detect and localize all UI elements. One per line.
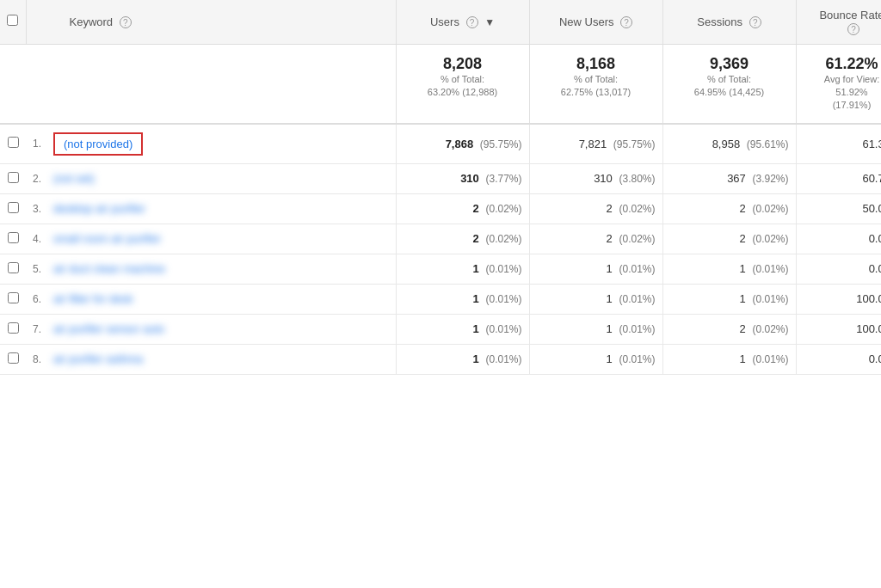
users-sort-icon[interactable]: ▼ bbox=[484, 16, 495, 28]
users-cell: 2 (0.02%) bbox=[396, 224, 529, 254]
new-users-cell: 1 (0.01%) bbox=[529, 254, 662, 284]
users-value: 1 bbox=[473, 292, 479, 305]
bounce-rate-value: 100.00% bbox=[856, 322, 881, 335]
checkbox-header bbox=[0, 0, 26, 44]
users-pct: (0.01%) bbox=[485, 323, 521, 335]
new-users-pct: (95.75%) bbox=[613, 138, 656, 150]
table-row: 3. desktop air purifier 2 (0.02%) 2 (0.0… bbox=[0, 193, 881, 224]
new-users-label: New Users bbox=[559, 15, 614, 28]
row-checkbox-cell bbox=[0, 254, 26, 284]
row-checkbox[interactable] bbox=[8, 172, 19, 183]
new-users-pct: (0.01%) bbox=[619, 353, 655, 365]
new-users-value: 2 bbox=[607, 232, 613, 245]
bounce-rate-cell: 61.32% bbox=[796, 124, 881, 164]
row-checkbox[interactable] bbox=[8, 322, 19, 334]
keyword-link[interactable]: (not set) bbox=[53, 172, 95, 185]
bounce-rate-value: 50.00% bbox=[862, 202, 881, 215]
users-cell: 1 (0.01%) bbox=[396, 254, 529, 284]
keyword-link[interactable]: air duct clean machine bbox=[53, 262, 165, 275]
row-checkbox[interactable] bbox=[8, 202, 19, 213]
users-column-header: Users ? ▼ bbox=[396, 0, 529, 44]
sessions-pct: (0.01%) bbox=[752, 353, 788, 365]
row-checkbox[interactable] bbox=[8, 262, 19, 273]
new-users-value: 310 bbox=[594, 172, 613, 185]
new-users-cell: 1 (0.01%) bbox=[529, 284, 662, 314]
new-users-cell: 1 (0.01%) bbox=[529, 314, 662, 344]
row-checkbox[interactable] bbox=[8, 137, 19, 148]
new-users-value: 1 bbox=[607, 322, 613, 335]
keyword-link[interactable]: small room air purifier bbox=[53, 232, 161, 245]
users-help-icon[interactable]: ? bbox=[466, 16, 478, 28]
users-value: 7,868 bbox=[446, 138, 474, 150]
users-label: Users bbox=[430, 15, 459, 28]
keyword-link[interactable]: (not provided) bbox=[53, 132, 143, 156]
keyword-cell: 5. air duct clean machine bbox=[26, 254, 396, 284]
new-users-value: 7,821 bbox=[579, 138, 607, 150]
sessions-cell: 367 (3.92%) bbox=[662, 163, 796, 193]
sessions-value: 1 bbox=[740, 262, 746, 275]
bounce-rate-label: Bounce Rate bbox=[819, 9, 881, 21]
new-users-value: 1 bbox=[607, 292, 613, 305]
sessions-value: 8,958 bbox=[712, 138, 741, 150]
row-checkbox-cell bbox=[0, 124, 26, 164]
row-number: 5. bbox=[33, 263, 48, 275]
row-checkbox-cell bbox=[0, 163, 26, 193]
bounce-rate-value: 100.00% bbox=[856, 292, 881, 305]
keyword-link[interactable]: desktop air purifier bbox=[53, 202, 145, 215]
table-header-row: Keyword ? Users ? ▼ New Users ? Sessions… bbox=[0, 0, 881, 44]
summary-new-users-main: 8,168 bbox=[537, 55, 656, 73]
keyword-cell: 3. desktop air purifier bbox=[26, 193, 396, 224]
keyword-help-icon[interactable]: ? bbox=[120, 16, 132, 28]
users-value: 310 bbox=[460, 172, 479, 185]
bounce-rate-value: 60.76% bbox=[862, 172, 881, 185]
users-cell: 1 (0.01%) bbox=[396, 314, 529, 344]
keyword-cell: 7. air purifier sensor auto bbox=[26, 314, 396, 344]
summary-sessions-main: 9,369 bbox=[670, 55, 789, 73]
sessions-value: 1 bbox=[740, 352, 746, 365]
select-all-checkbox[interactable] bbox=[7, 15, 18, 26]
users-pct: (0.02%) bbox=[485, 203, 521, 215]
keyword-column-header: Keyword ? bbox=[26, 0, 396, 44]
summary-row: 8,208 % of Total:63.20% (12,988) 8,168 %… bbox=[0, 44, 881, 124]
summary-keyword-cell bbox=[26, 44, 396, 124]
keyword-cell: 6. air filter for desk bbox=[26, 284, 396, 314]
sessions-cell: 2 (0.02%) bbox=[662, 193, 796, 224]
users-pct: (0.01%) bbox=[485, 353, 521, 365]
new-users-help-icon[interactable]: ? bbox=[620, 16, 632, 28]
keyword-link[interactable]: air purifier sensor auto bbox=[53, 322, 164, 335]
keyword-link[interactable]: air purifier asthma bbox=[53, 352, 143, 365]
new-users-pct: (0.01%) bbox=[619, 293, 655, 305]
bounce-rate-cell: 50.00% bbox=[796, 193, 881, 224]
row-checkbox-cell bbox=[0, 193, 26, 224]
summary-bounce-main: 61.22% bbox=[804, 55, 882, 73]
users-pct: (0.02%) bbox=[485, 233, 521, 245]
sessions-pct: (0.01%) bbox=[752, 293, 788, 305]
sessions-value: 2 bbox=[740, 322, 746, 335]
row-number: 6. bbox=[33, 293, 48, 305]
new-users-pct: (0.02%) bbox=[619, 203, 655, 215]
table-row: 5. air duct clean machine 1 (0.01%) 1 (0… bbox=[0, 254, 881, 284]
bounce-rate-help-icon[interactable]: ? bbox=[847, 23, 859, 35]
new-users-pct: (0.02%) bbox=[619, 233, 655, 245]
table-row: 2. (not set) 310 (3.77%) 310 (3.80%) 367… bbox=[0, 163, 881, 193]
sessions-value: 2 bbox=[740, 202, 746, 215]
row-number: 3. bbox=[33, 203, 48, 215]
row-checkbox[interactable] bbox=[8, 292, 19, 303]
sessions-help-icon[interactable]: ? bbox=[749, 16, 761, 28]
users-value: 2 bbox=[473, 202, 479, 215]
summary-bounce-cell: 61.22% Avg for View:51.92%(17.91%) bbox=[796, 44, 881, 124]
keyword-link[interactable]: air filter for desk bbox=[53, 292, 132, 305]
bounce-rate-cell: 0.00% bbox=[796, 224, 881, 254]
row-checkbox[interactable] bbox=[8, 232, 19, 243]
users-pct: (3.77%) bbox=[485, 173, 521, 185]
sessions-pct: (0.02%) bbox=[752, 203, 788, 215]
sessions-cell: 2 (0.02%) bbox=[662, 224, 796, 254]
row-checkbox-cell bbox=[0, 284, 26, 314]
bounce-rate-value: 0.00% bbox=[869, 352, 881, 365]
users-value: 1 bbox=[473, 262, 479, 275]
users-pct: (0.01%) bbox=[485, 263, 521, 275]
row-checkbox[interactable] bbox=[8, 352, 19, 364]
sessions-pct: (0.02%) bbox=[752, 233, 788, 245]
sessions-cell: 8,958 (95.61%) bbox=[662, 124, 796, 164]
summary-sessions-sub: % of Total:64.95% (14,425) bbox=[670, 73, 789, 100]
